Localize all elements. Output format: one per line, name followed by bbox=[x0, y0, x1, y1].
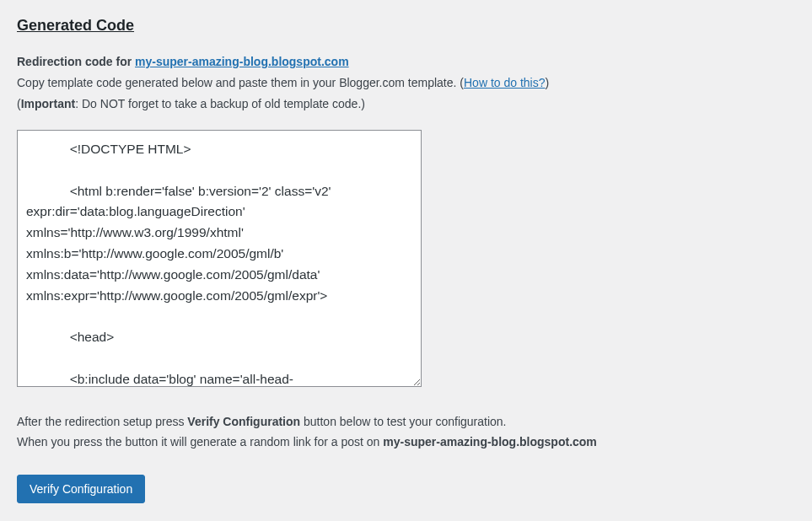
post-line2-strong: my-super-amazing-blog.blogspot.com bbox=[383, 435, 597, 448]
post-instructions: After the redirection setup press Verify… bbox=[17, 412, 795, 453]
how-to-link[interactable]: How to do this? bbox=[464, 76, 546, 89]
redirection-code-line: Redirection code for my-super-amazing-bl… bbox=[17, 53, 795, 71]
post-line1-strong: Verify Configuration bbox=[187, 415, 300, 428]
important-note-line: (Important: Do NOT forget to take a back… bbox=[17, 95, 795, 113]
blog-url-link[interactable]: my-super-amazing-blog.blogspot.com bbox=[135, 55, 349, 68]
important-rest: : Do NOT forget to take a backup of old … bbox=[75, 97, 365, 110]
redirection-prefix: Redirection code for bbox=[17, 55, 135, 68]
post-line1-before: After the redirection setup press bbox=[17, 415, 187, 428]
generated-code-heading: Generated Code bbox=[17, 17, 795, 35]
template-code-textarea[interactable]: <!DOCTYPE HTML> <html b:render='false' b… bbox=[17, 130, 422, 387]
post-line2-before: When you press the button it will genera… bbox=[17, 435, 383, 448]
copy-instruction-after: ) bbox=[545, 76, 549, 89]
post-line1-after: button below to test your configuration. bbox=[300, 415, 506, 428]
copy-instruction-before: Copy template code generated below and p… bbox=[17, 76, 464, 89]
important-label: Important bbox=[21, 97, 76, 110]
copy-instruction-line: Copy template code generated below and p… bbox=[17, 74, 795, 92]
verify-configuration-button[interactable]: Verify Configuration bbox=[17, 475, 145, 503]
